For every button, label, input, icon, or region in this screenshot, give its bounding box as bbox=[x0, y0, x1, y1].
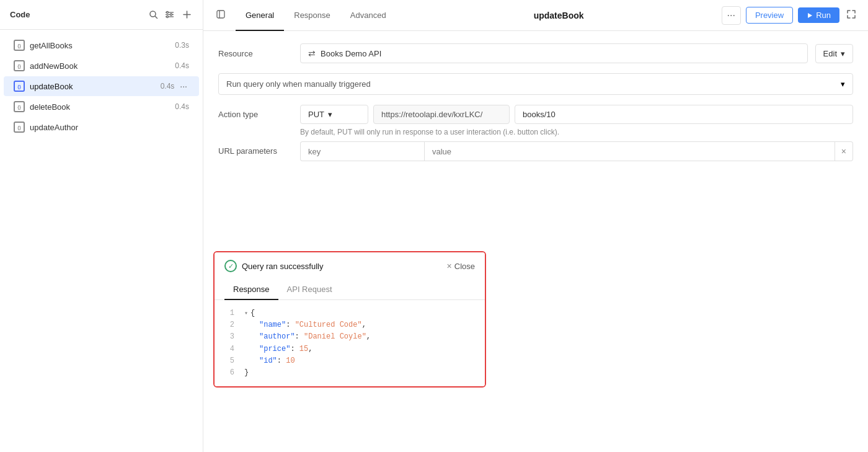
sidebar-item-time: 0.3s bbox=[175, 41, 189, 50]
sidebar-item-label: updateAuthor bbox=[30, 123, 78, 132]
tabs-left: General Response Advanced bbox=[213, 0, 396, 30]
json-response: 1 ▾{ 2 "name": "Cultured Code", 3 "autho… bbox=[215, 300, 485, 386]
resource-name: Books Demo API bbox=[321, 49, 800, 58]
sidebar-header-icons bbox=[148, 9, 193, 20]
action-hint: By default, PUT will only run in respons… bbox=[300, 128, 853, 136]
chevron-down-icon: ▾ bbox=[841, 79, 845, 89]
sidebar-item-menu-icon[interactable]: ··· bbox=[178, 81, 189, 92]
main-panel: General Response Advanced updateBook ···… bbox=[203, 0, 868, 452]
sidebar-item-getAllBooks[interactable]: getAllBooks 0.3s bbox=[4, 35, 199, 55]
method-select[interactable]: PUT ▾ bbox=[300, 105, 368, 124]
sidebar-item-label: addNewBook bbox=[30, 61, 78, 71]
search-icon[interactable] bbox=[148, 9, 159, 20]
sidebar-item-updateBook[interactable]: updateBook 0.4s ··· bbox=[4, 76, 199, 96]
expand-button[interactable] bbox=[844, 7, 858, 24]
action-inputs: PUT ▾ https://retoolapi.dev/kxrLKC/ bbox=[300, 105, 853, 124]
trigger-row: Run query only when manually triggered ▾ bbox=[218, 73, 853, 95]
preview-button[interactable]: Preview bbox=[746, 7, 793, 24]
success-message: Query ran successfully bbox=[242, 262, 442, 271]
close-x-icon: × bbox=[447, 261, 452, 271]
svg-point-0 bbox=[150, 11, 156, 17]
svg-rect-13 bbox=[217, 11, 224, 18]
tab-advanced[interactable]: Advanced bbox=[340, 1, 396, 31]
close-label: Close bbox=[454, 262, 475, 271]
action-controls: PUT ▾ https://retoolapi.dev/kxrLKC/ By d… bbox=[300, 105, 853, 136]
json-line-1: 1 ▾{ bbox=[224, 308, 475, 319]
edit-resource-button[interactable]: Edit ▾ bbox=[815, 44, 853, 63]
close-panel-button[interactable]: × Close bbox=[447, 261, 475, 271]
sidebar-item-addNewBook[interactable]: addNewBook 0.4s bbox=[4, 56, 199, 76]
resource-icon: ⇄ bbox=[308, 48, 316, 58]
filter-icon[interactable] bbox=[164, 9, 176, 20]
response-tab-response[interactable]: Response bbox=[224, 280, 278, 300]
query-title: updateBook bbox=[534, 11, 584, 20]
more-options-button[interactable]: ··· bbox=[722, 6, 741, 25]
param-value-input[interactable] bbox=[424, 141, 835, 161]
success-header: ✓ Query ran successfully × Close bbox=[215, 252, 485, 280]
svg-point-2 bbox=[167, 12, 169, 14]
query-icon bbox=[14, 101, 25, 112]
svg-line-1 bbox=[156, 17, 157, 19]
sidebar-title: Code bbox=[10, 10, 30, 19]
tab-general[interactable]: General bbox=[236, 1, 284, 31]
json-line-2: 2 "name": "Cultured Code", bbox=[224, 319, 475, 331]
tabs-bar: General Response Advanced updateBook ···… bbox=[203, 0, 868, 31]
sidebar-item-time: 0.4s bbox=[175, 61, 189, 70]
sidebar-item-label: updateBook bbox=[30, 82, 73, 91]
response-tab-api-request[interactable]: API Request bbox=[278, 280, 341, 300]
tabs-right: ··· Preview Run bbox=[722, 6, 858, 25]
json-line-6: 6 } bbox=[224, 367, 475, 379]
sidebar-item-updateAuthor[interactable]: updateAuthor bbox=[4, 117, 199, 137]
tab-response[interactable]: Response bbox=[284, 1, 340, 31]
run-button[interactable]: Run bbox=[798, 7, 839, 23]
url-base: https://retoolapi.dev/kxrLKC/ bbox=[373, 105, 510, 124]
action-label: Action type bbox=[218, 105, 293, 119]
url-params-inputs: × bbox=[300, 141, 853, 161]
url-path-input[interactable] bbox=[515, 105, 853, 124]
svg-point-4 bbox=[170, 14, 172, 16]
json-line-3: 3 "author": "Daniel Coyle", bbox=[224, 331, 475, 343]
sidebar-item-deleteBook[interactable]: deleteBook 0.4s bbox=[4, 97, 199, 117]
action-type-row: Action type PUT ▾ https://retoolapi.dev/… bbox=[218, 105, 853, 136]
content-area: Resource ⇄ Books Demo API Edit ▾ Run que… bbox=[203, 31, 868, 452]
sidebar-item-time: 0.4s bbox=[175, 102, 189, 111]
collapse-sidebar-button[interactable] bbox=[213, 7, 228, 24]
url-params-label: URL parameters bbox=[218, 141, 293, 156]
sidebar-list: getAllBooks 0.3s addNewBook 0.4s updateB… bbox=[0, 30, 203, 452]
sidebar-header: Code bbox=[0, 0, 203, 30]
trigger-select[interactable]: Run query only when manually triggered ▾ bbox=[218, 73, 853, 95]
resource-label: Resource bbox=[218, 49, 293, 58]
url-params-row: URL parameters × bbox=[218, 141, 853, 161]
success-panel: ✓ Query ran successfully × Close Respons… bbox=[213, 251, 486, 388]
sidebar-item-label: getAllBooks bbox=[30, 41, 73, 50]
query-icon bbox=[14, 122, 25, 133]
json-line-4: 4 "price": 15, bbox=[224, 343, 475, 355]
chevron-down-icon: ▾ bbox=[841, 49, 845, 58]
param-delete-button[interactable]: × bbox=[835, 141, 853, 161]
query-icon bbox=[14, 40, 25, 51]
svg-point-3 bbox=[167, 16, 169, 18]
sidebar-item-label: deleteBook bbox=[30, 102, 70, 112]
resource-select[interactable]: ⇄ Books Demo API bbox=[300, 43, 808, 63]
sidebar-item-time: 0.4s bbox=[161, 82, 175, 91]
success-icon: ✓ bbox=[224, 260, 237, 272]
sidebar: Code getAllBooks 0.3s bbox=[0, 0, 203, 452]
response-inner-tabs: Response API Request bbox=[215, 280, 485, 300]
param-key-input[interactable] bbox=[300, 141, 424, 161]
query-icon bbox=[14, 60, 25, 71]
chevron-down-icon: ▾ bbox=[328, 110, 332, 119]
add-query-button[interactable] bbox=[181, 9, 193, 20]
query-icon-active bbox=[14, 81, 25, 92]
svg-marker-15 bbox=[808, 13, 812, 18]
collapse-arrow-icon[interactable]: ▾ bbox=[244, 310, 248, 317]
method-label: PUT bbox=[308, 110, 324, 119]
json-line-5: 5 "id": 10 bbox=[224, 355, 475, 367]
trigger-text: Run query only when manually triggered bbox=[226, 79, 371, 89]
resource-row: Resource ⇄ Books Demo API Edit ▾ bbox=[218, 43, 853, 63]
